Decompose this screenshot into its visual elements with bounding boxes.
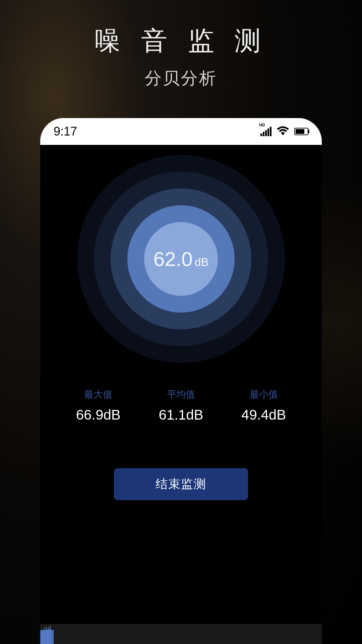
stat-max: 最大值 66.9dB (76, 388, 121, 423)
gauge-reading: 62.0 dB (154, 248, 208, 271)
signal-icon: HD (260, 127, 272, 136)
battery-icon (294, 128, 308, 135)
gauge-value: 62.0 (154, 248, 193, 271)
stat-max-label: 最大值 (84, 388, 112, 401)
stat-avg-label: 平均值 (167, 388, 195, 401)
stop-monitoring-button[interactable]: 结束监测 (114, 468, 248, 500)
page-header: 噪 音 监 测 分贝分析 (94, 23, 267, 90)
stat-min-label: 最小值 (250, 388, 278, 401)
stat-min: 最小值 49.4dB (241, 388, 286, 423)
app-content: 62.0 dB 最大值 66.9dB 平均值 61.1dB 最小值 49.4dB… (40, 145, 322, 644)
wifi-icon (277, 126, 289, 137)
stat-min-value: 49.4dB (241, 407, 286, 423)
phone-mockup-frame: 9:17 HD (40, 118, 322, 644)
hd-label: HD (259, 123, 265, 127)
page-subtitle: 分贝分析 (94, 67, 267, 90)
waveform-active-segment (40, 624, 54, 644)
gauge-unit: dB (195, 256, 209, 269)
stat-avg: 平均值 61.1dB (159, 388, 203, 423)
stats-row: 最大值 66.9dB 平均值 61.1dB 最小值 49.4dB (40, 388, 322, 423)
stat-max-value: 66.9dB (76, 407, 121, 423)
status-icons: HD (260, 126, 308, 137)
stat-avg-value: 61.1dB (159, 407, 203, 423)
decibel-gauge: 62.0 dB (84, 162, 278, 356)
status-time: 9:17 (54, 124, 77, 139)
status-bar: 9:17 HD (40, 118, 322, 145)
waveform-bar (40, 624, 322, 644)
page-title: 噪 音 监 测 (94, 23, 267, 59)
